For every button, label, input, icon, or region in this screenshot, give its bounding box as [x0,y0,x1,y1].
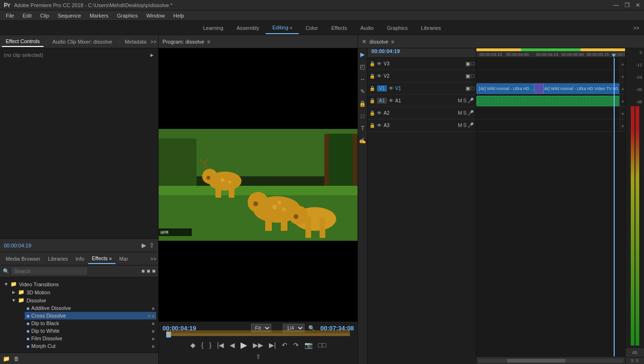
tree-folder-dissolve[interactable]: ▼ 📁 Dissolve [9,296,156,304]
ec-button-export[interactable]: ⇧ [149,242,154,249]
tool-hand[interactable]: ✍ [358,136,367,145]
track-visibility-v2[interactable]: □ [471,73,474,79]
monitor-loop-out-button[interactable]: ↷ [293,341,299,349]
timeline-scroll-thumb[interactable] [507,359,565,363]
track-eye-v2[interactable]: 👁 [377,73,382,79]
menu-file[interactable]: File [2,12,18,19]
tree-folder-3d-motion[interactable]: ► 📁 3D Motion [9,288,156,296]
effects-icon-3[interactable]: ■ [152,268,155,274]
menu-clip[interactable]: Clip [36,12,53,19]
expand-arrow[interactable]: ► [149,52,154,58]
tool-text[interactable]: T [360,124,365,133]
track-visibility-v1[interactable]: □ [471,85,474,91]
tool-arrow-both[interactable]: ↔ [359,75,367,83]
item-film-dissolve[interactable]: ■ Film Dissolve ■ [25,335,156,342]
ws-tab-color[interactable]: Color [299,22,324,34]
track-lock-a3[interactable]: 🔒 [369,123,375,128]
item-dip-black[interactable]: ■ Dip to Black ■ [25,319,156,327]
tool-snap[interactable]: ◰ [359,63,366,71]
track-mic-a2[interactable]: 🎤 [467,110,474,116]
workspace-more-button[interactable]: >> [633,25,639,31]
monitor-out-button[interactable]: } [209,341,212,349]
ec-button-prev[interactable]: ▶ [142,242,146,249]
effects-icon-1[interactable]: ■ [142,268,145,274]
program-monitor-menu[interactable]: ≡ [207,39,210,45]
track-eye-v1[interactable]: 👁 [389,86,394,91]
monitor-next-button[interactable]: ▶▶ [253,341,263,349]
tool-select[interactable]: ▶ [359,50,366,59]
monitor-goto-out-button[interactable]: ▶| [269,341,276,349]
monitor-camera-button[interactable]: 📷 [304,341,313,349]
track-active-v1[interactable]: V1 [377,85,386,91]
menu-window[interactable]: Window [143,12,169,19]
timeline-close-button[interactable]: ✕ [362,38,367,45]
tab-media-browser[interactable]: Media Browser [2,254,44,264]
tab-metadata[interactable]: Metadata [121,37,151,46]
ws-tab-graphics[interactable]: Graphics [380,22,414,34]
ws-tab-editing[interactable]: Editing ≡ [266,22,299,34]
track-lock-v2[interactable]: 🔒 [369,73,375,79]
track-sync-v3[interactable]: ▣ [465,61,470,67]
timeline-menu-button[interactable]: ≡ [391,39,394,45]
monitor-marker-button[interactable]: ◆ [190,341,196,349]
tab-effects[interactable]: Effects ≡ [88,254,116,264]
track-s-a1[interactable]: S [463,98,466,104]
effects-panel-more[interactable]: >> [150,256,156,262]
track-sync-v1[interactable]: ▣ [465,85,470,91]
tab-effect-controls[interactable]: Effect Controls [2,36,44,47]
ws-tab-libraries[interactable]: Libraries [414,22,447,34]
ws-tab-assembly[interactable]: Assembly [230,22,266,34]
timeline-clip-a1[interactable] [476,96,624,106]
item-cross-dissolve[interactable]: ■ Cross Dissolve ■ ■ [25,312,156,319]
timeline-ruler[interactable]: 00:00:03:15 00:00:04:00 00:00:04:15 00:0… [476,48,625,58]
track-s-a2[interactable]: S [463,110,466,116]
track-visibility-v3[interactable]: □ [471,61,474,67]
track-lock-v1[interactable]: 🔒 [369,86,375,91]
effects-search-input[interactable] [11,267,87,275]
menu-edit[interactable]: Edit [19,12,36,19]
timeline-clip-v1-1[interactable]: [4k] Wild Animal - Ultra HD Video TV 60f… [476,83,539,94]
monitor-prev-button[interactable]: ◀ [230,341,235,349]
tool-ripple[interactable]: 🔒 [358,100,367,108]
track-mic-a1[interactable]: 🎤 [467,98,474,104]
minimize-button[interactable]: — [613,2,619,9]
timeline-scroll-track[interactable] [478,359,623,363]
effect-controls-more[interactable]: >> [150,39,156,45]
tool-edit[interactable]: ✎ [359,87,366,96]
monitor-loop-in-button[interactable]: ↶ [282,341,287,349]
ws-tab-effects[interactable]: Effects [324,22,353,34]
tab-info[interactable]: Info [72,254,88,264]
tab-libraries[interactable]: Libraries [44,254,72,264]
ws-tab-learning[interactable]: Learning [197,22,230,34]
monitor-play-button[interactable]: ▶ [241,340,247,350]
item-morph-cut[interactable]: ■ Morph Cut ■ [25,342,156,350]
monitor-goto-in-button[interactable]: |◀ [217,341,224,349]
track-sync-v2[interactable]: ▣ [465,73,470,79]
effects-icon-2[interactable]: ■ [147,268,150,274]
ep-footer-btn-folder[interactable]: 📁 [3,355,10,362]
item-additive-dissolve[interactable]: ■ Additive Dissolve ■ [25,304,156,312]
timeline-clip-v1-2[interactable]: [4k] Wild Animal - Ultra HD Video TV 60f… [540,83,625,94]
menu-sequence[interactable]: Sequence [54,12,85,19]
timeline-playhead[interactable] [614,58,615,356]
restore-button[interactable]: ❐ [625,2,630,9]
monitor-multi-button[interactable]: □□ [318,341,326,349]
track-eye-a1[interactable]: 👁 [389,98,394,103]
track-m-a1[interactable]: M [458,98,462,104]
monitor-in-button[interactable]: { [201,341,204,349]
track-mic-a3[interactable]: 🎤 [467,122,474,128]
track-eye-a3[interactable]: 👁 [377,123,382,128]
monitor-export-button[interactable]: ⇧ [256,353,261,360]
tab-mar[interactable]: Mar [116,254,132,264]
track-active-a1[interactable]: A1 [377,98,386,104]
timeline-transition-cross-dissolve[interactable] [534,83,544,94]
track-m-a2[interactable]: M [458,110,462,116]
menu-markers[interactable]: Markers [86,12,112,19]
track-lock-v3[interactable]: 🔒 [369,61,375,66]
track-s-a3[interactable]: S [463,122,466,128]
track-m-a3[interactable]: M [458,122,462,128]
timeline-scrollbar[interactable] [476,356,625,364]
menu-graphics[interactable]: Graphics [113,12,142,19]
track-eye-v3[interactable]: 👁 [377,61,382,66]
tree-folder-video-transitions[interactable]: ▼ 📁 Video Transitions [2,280,156,288]
